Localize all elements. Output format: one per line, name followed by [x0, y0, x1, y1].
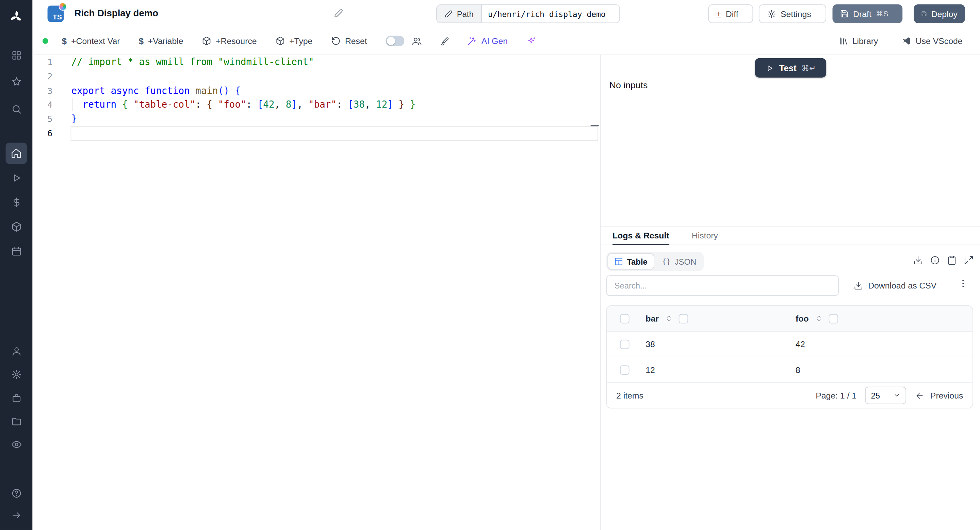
- wand-icon: [467, 36, 477, 46]
- reset-button[interactable]: Reset: [331, 37, 367, 46]
- status-dot: [43, 38, 48, 44]
- maximize-icon: [964, 255, 974, 265]
- deploy-button[interactable]: Deploy: [914, 5, 965, 23]
- table-row: 128: [607, 357, 972, 383]
- braces-icon: {}: [662, 257, 671, 266]
- search-input[interactable]: [606, 275, 839, 296]
- add-variable-button[interactable]: $ +Variable: [139, 36, 183, 46]
- arrow-right-icon: [11, 509, 21, 520]
- path-group: Path u/henri/rich_display_demo: [436, 5, 620, 23]
- results-tabs: Logs & Result History: [601, 226, 980, 245]
- sidebar-item-home[interactable]: [6, 143, 27, 164]
- diff-mode-toggle[interactable]: [386, 36, 404, 46]
- gear-icon: [11, 369, 21, 380]
- path-edit-button[interactable]: Path: [437, 5, 482, 22]
- json-view-chip[interactable]: {} JSON: [656, 254, 703, 270]
- cube-icon: [11, 221, 21, 231]
- sidebar-item-audit-logs[interactable]: [6, 434, 27, 455]
- windmill-logo-icon[interactable]: [7, 8, 25, 26]
- add-resource-button[interactable]: +Resource: [202, 37, 257, 46]
- home-icon: [11, 147, 22, 159]
- sort-foo-button[interactable]: [815, 315, 822, 322]
- library-button[interactable]: Library: [838, 37, 878, 46]
- chevron-down-icon: [894, 392, 901, 399]
- calendar-icon: [11, 246, 21, 256]
- package-icon: [275, 37, 285, 46]
- table-icon: [614, 257, 623, 266]
- result-actions: [913, 255, 974, 265]
- sparkles-icon[interactable]: [527, 36, 536, 46]
- vscode-icon: [902, 37, 911, 46]
- download-result-button[interactable]: [913, 255, 923, 265]
- collaborators-icon[interactable]: [412, 36, 422, 46]
- run-panel: Test ⌘↵ No inputs Logs & Result History …: [601, 55, 980, 530]
- use-vscode-button[interactable]: Use VScode: [902, 37, 962, 46]
- gear-icon: [767, 9, 776, 19]
- previous-page-button[interactable]: Previous: [915, 391, 963, 400]
- folder-icon: [11, 415, 21, 426]
- row-checkbox[interactable]: [620, 365, 629, 375]
- copy-result-button[interactable]: [947, 255, 957, 265]
- cell-foo: 42: [792, 339, 972, 349]
- sidebar-item-folders[interactable]: [6, 410, 27, 431]
- tab-history[interactable]: History: [692, 227, 718, 244]
- ai-gen-button[interactable]: AI Gen: [467, 36, 508, 46]
- editor-code[interactable]: // import * as wmill from "windmill-clie…: [71, 55, 590, 140]
- result-info-button[interactable]: [930, 255, 940, 265]
- column-foo-checkbox[interactable]: [829, 314, 838, 323]
- info-icon: [930, 255, 940, 265]
- save-draft-button[interactable]: Draft ⌘S: [832, 5, 902, 23]
- sidebar: [0, 0, 33, 530]
- sidebar-item-settings[interactable]: [6, 364, 27, 385]
- sidebar-item-apps[interactable]: [6, 44, 27, 65]
- dollar-icon: $: [62, 36, 67, 46]
- sidebar-item-users[interactable]: [6, 340, 27, 361]
- pencil-icon: [334, 9, 343, 18]
- sidebar-item-runs[interactable]: [6, 167, 27, 188]
- sidebar-item-workers[interactable]: [6, 387, 27, 409]
- cell-bar: 38: [642, 339, 792, 349]
- workspace-sticker-icon: [59, 2, 67, 11]
- sidebar-item-schedules[interactable]: [6, 240, 27, 261]
- play-icon: [11, 172, 21, 183]
- row-checkbox[interactable]: [620, 339, 629, 349]
- expand-result-button[interactable]: [964, 255, 974, 265]
- edit-title-button[interactable]: [334, 9, 343, 21]
- sidebar-item-resources[interactable]: [6, 216, 27, 237]
- table-menu-button[interactable]: [958, 278, 968, 291]
- sort-bar-button[interactable]: [665, 315, 672, 322]
- editor-toolbar: $ +Context Var $ +Variable +Resource +Ty…: [33, 27, 980, 55]
- path-value-input[interactable]: u/henri/rich_display_demo: [482, 5, 619, 22]
- library-icon: [838, 37, 848, 46]
- format-brush-icon[interactable]: [440, 36, 450, 46]
- tab-logs-result[interactable]: Logs & Result: [612, 227, 669, 244]
- settings-button[interactable]: Settings: [759, 5, 826, 23]
- page-size-select[interactable]: 25: [865, 386, 907, 404]
- sidebar-item-variables[interactable]: [6, 192, 27, 212]
- test-button[interactable]: Test ⌘↵: [755, 58, 826, 78]
- sidebar-item-search[interactable]: [6, 98, 27, 119]
- items-count: 2 items: [616, 391, 643, 400]
- diff-button[interactable]: ± Diff: [708, 5, 753, 23]
- column-bar-checkbox[interactable]: [679, 314, 688, 323]
- table-row: 3842: [607, 331, 972, 357]
- sort-icon: [815, 315, 822, 322]
- add-context-var-button[interactable]: $ +Context Var: [62, 36, 120, 46]
- download-csv-button[interactable]: Download as CSV: [850, 275, 940, 296]
- result-table: bar foo: [606, 305, 973, 409]
- table-footer: 2 items Page: 1 / 1 25: [607, 383, 972, 408]
- user-icon: [11, 346, 21, 356]
- table-view-chip[interactable]: Table: [608, 254, 654, 270]
- diff-icon: ±: [716, 9, 721, 19]
- sidebar-collapse[interactable]: [6, 504, 27, 525]
- pencil-icon: [444, 10, 453, 18]
- sidebar-item-help[interactable]: [6, 482, 27, 503]
- language-badge: TS: [48, 6, 64, 22]
- sidebar-item-favorites[interactable]: [6, 71, 27, 92]
- select-all-checkbox[interactable]: [620, 314, 629, 323]
- apps-grid-icon: [11, 50, 21, 60]
- overview-ruler-mark: [591, 125, 599, 126]
- add-type-button[interactable]: +Type: [275, 37, 313, 46]
- code-editor[interactable]: 123456 // import * as wmill from "windmi…: [33, 55, 600, 530]
- no-inputs-label: No inputs: [609, 80, 648, 90]
